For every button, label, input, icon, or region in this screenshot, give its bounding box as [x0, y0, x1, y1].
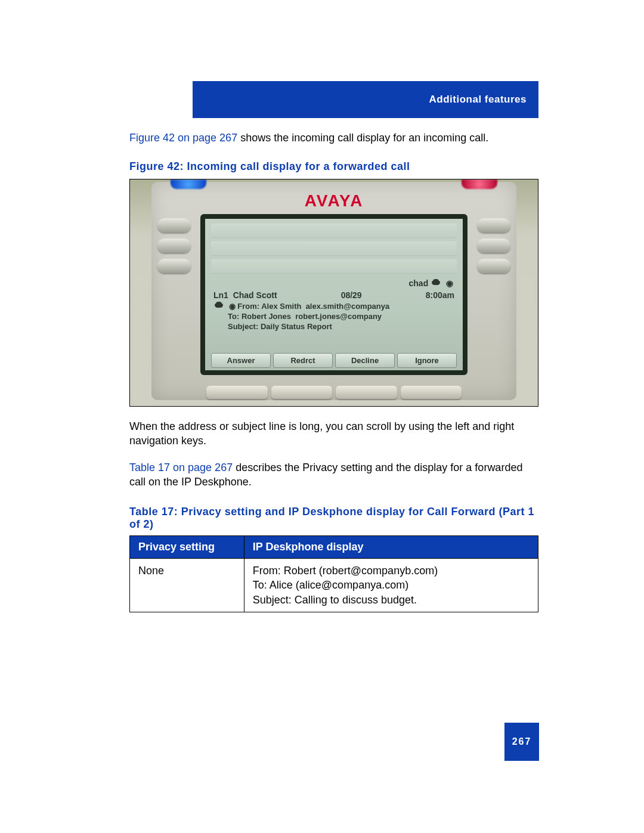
- to-row: To: Robert Jones robert.jones@company: [211, 311, 457, 321]
- led-red-icon: [462, 179, 497, 189]
- line-button[interactable]: [477, 259, 510, 273]
- phone-screen: chad ◉ Ln1 Chad Scott 08/29 8:00am: [205, 219, 463, 370]
- paragraph-scroll-hint: When the address or subject line is long…: [129, 420, 538, 448]
- line-status-row: Ln1 Chad Scott 08/29 8:00am: [211, 289, 457, 301]
- subject-row: Subject: Daily Status Report: [211, 321, 457, 332]
- physical-softkey-buttons: [206, 386, 462, 399]
- line-button[interactable]: [477, 218, 510, 233]
- screen-bezel: chad ◉ Ln1 Chad Scott 08/29 8:00am: [200, 214, 467, 375]
- cell-privacy-none: None: [130, 558, 244, 612]
- page-number-text: 267: [512, 736, 532, 747]
- caller-name: chad: [409, 278, 429, 288]
- left-line-buttons: [157, 218, 191, 273]
- from-row: ◉ From: Alex Smith alex.smith@companya: [211, 301, 457, 311]
- avaya-logo: AVAYA: [130, 191, 538, 210]
- softkey-answer[interactable]: Answer: [211, 353, 271, 368]
- line-button[interactable]: [157, 218, 191, 233]
- softkey-ignore[interactable]: Ignore: [397, 353, 457, 368]
- idle-rows: [211, 224, 457, 274]
- page: Additional features Figure 42 on page 26…: [0, 0, 644, 833]
- table-header-row: Privacy setting IP Deskphone display: [130, 535, 538, 558]
- table-row: None From: Robert (robert@companyb.com) …: [130, 558, 538, 612]
- right-line-buttons: [477, 218, 510, 273]
- caller-id-row: chad ◉: [211, 277, 457, 289]
- line-button[interactable]: [157, 259, 191, 273]
- th-privacy: Privacy setting: [130, 535, 244, 558]
- section-header: Additional features: [193, 81, 538, 118]
- led-blue-icon: [171, 179, 206, 189]
- idle-row: [211, 259, 457, 274]
- figure-42-link[interactable]: Figure 42 on page 267: [129, 132, 237, 144]
- figure-caption: Figure 42: Incoming call display for a f…: [129, 160, 538, 173]
- table-17-link[interactable]: Table 17 on page 267: [129, 462, 233, 473]
- th-display: IP Deskphone display: [244, 535, 538, 558]
- line-button[interactable]: [477, 239, 510, 253]
- section-header-text: Additional features: [429, 94, 527, 106]
- content-area: Figure 42 on page 267 shows the incoming…: [129, 131, 538, 612]
- intro-rest: shows the incoming call display for an i…: [237, 132, 488, 144]
- idle-row: [211, 224, 457, 238]
- cell-display-none: From: Robert (robert@companyb.com) To: A…: [244, 558, 538, 612]
- privacy-table: Privacy setting IP Deskphone display Non…: [129, 535, 538, 612]
- page-number: 267: [504, 723, 539, 761]
- softkey-button[interactable]: [336, 386, 397, 399]
- telephone-icon: [432, 279, 442, 286]
- line-date: 08/29: [341, 290, 362, 300]
- softkey-button[interactable]: [206, 386, 268, 399]
- softkey-decline[interactable]: Decline: [335, 353, 395, 368]
- intro-paragraph: Figure 42 on page 267 shows the incoming…: [129, 131, 538, 145]
- table-caption: Table 17: Privacy setting and IP Deskpho…: [129, 506, 538, 531]
- telephone-icon: [215, 302, 225, 309]
- softkey-button[interactable]: [401, 386, 462, 399]
- softkey-row: Answer Redrct Decline Ignore: [211, 353, 457, 368]
- presence-indicator: ◉: [446, 278, 453, 288]
- softkey-redirect[interactable]: Redrct: [273, 353, 333, 368]
- phone-photo: AVAYA: [130, 179, 538, 406]
- figure-42: AVAYA: [129, 179, 538, 407]
- idle-row: [211, 241, 457, 256]
- line-button[interactable]: [157, 239, 191, 253]
- line-time: 8:00am: [426, 290, 454, 300]
- softkey-button[interactable]: [271, 386, 333, 399]
- paragraph-table-intro: Table 17 on page 267 describes the Priva…: [129, 461, 538, 489]
- line-and-name: Ln1 Chad Scott: [213, 290, 277, 300]
